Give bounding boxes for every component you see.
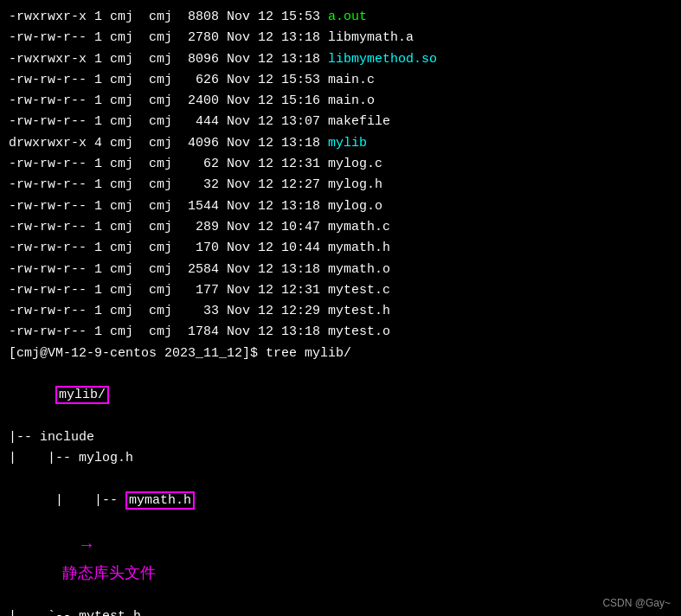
ls-line-2: -rw-rw-r-- 1 cmj cmj 2780 Nov 12 13:18 l… [9,28,672,48]
prompt-tree: [cmj@VM-12-9-centos 2023_11_12]$ tree my… [9,343,672,364]
ls-line-12: -rw-rw-r-- 1 cmj cmj 170 Nov 12 10:44 my… [9,238,672,259]
ls-line-3: -rwxrwxr-x 1 cmj cmj 8096 Nov 12 13:18 l… [9,49,672,70]
ls-line-14: -rw-rw-r-- 1 cmj cmj 177 Nov 12 12:31 my… [9,280,672,301]
ls-line-4: -rw-rw-r-- 1 cmj cmj 626 Nov 12 15:53 ma… [9,70,672,91]
tree-mymath: | |-- mymath.h → 静态库头文件 [9,470,672,607]
tree-mylib: mylib/ [9,364,672,427]
ls-line-9: -rw-rw-r-- 1 cmj cmj 32 Nov 12 12:27 myl… [9,175,672,196]
ls-line-8: -rw-rw-r-- 1 cmj cmj 62 Nov 12 12:31 myl… [9,154,672,175]
ls-line-13: -rw-rw-r-- 1 cmj cmj 2584 Nov 12 13:18 m… [9,260,672,280]
ls-line-7: drwxrwxr-x 4 cmj cmj 4096 Nov 12 13:18 m… [9,133,672,154]
tree-include: |-- include [9,427,672,448]
tree-mytest-h: | `-- mytest.h [9,606,672,616]
annotation-arrow-1: → [81,536,92,555]
annotation-label-1: 静态库头文件 [62,564,156,581]
csdn-watermark: CSDN @Gay~ [602,597,671,609]
ls-line-10: -rw-rw-r-- 1 cmj cmj 1544 Nov 12 13:18 m… [9,196,672,217]
ls-line-15: -rw-rw-r-- 1 cmj cmj 33 Nov 12 12:29 myt… [9,301,672,322]
ls-line-5: -rw-rw-r-- 1 cmj cmj 2400 Nov 12 15:16 m… [9,91,672,112]
ls-line-6: -rw-rw-r-- 1 cmj cmj 444 Nov 12 13:07 ma… [9,112,672,132]
ls-line-1: -rwxrwxr-x 1 cmj cmj 8808 Nov 12 15:53 a… [9,7,672,28]
terminal: -rwxrwxr-x 1 cmj cmj 8808 Nov 12 15:53 a… [0,0,681,616]
ls-line-16: -rw-rw-r-- 1 cmj cmj 1784 Nov 12 13:18 m… [9,322,672,343]
tree-mylog: | |-- mylog.h [9,448,672,469]
ls-line-11: -rw-rw-r-- 1 cmj cmj 289 Nov 12 10:47 my… [9,217,672,238]
